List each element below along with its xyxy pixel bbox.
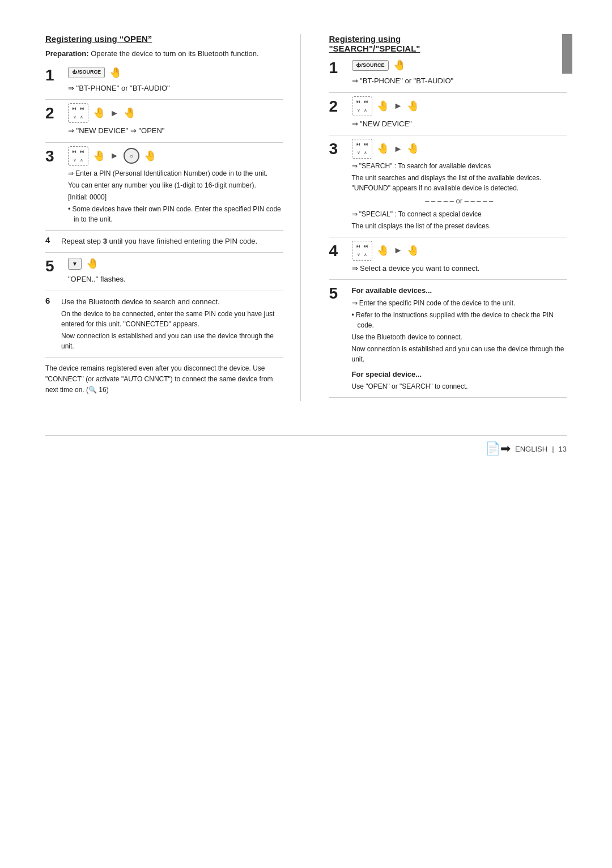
step-image: ⏮ ⏭ ∨ ∧ 🤚 ► ○ 🤚: [68, 146, 283, 166]
arrow-right-icon: ►: [110, 107, 119, 120]
prep-label: Preparation:: [45, 49, 89, 58]
step-desc: ⇒ "NEW DEVICE": [352, 118, 567, 130]
step-num: 5: [329, 286, 347, 301]
arrow-right-icon: ►: [394, 99, 403, 113]
hand-icon: 🤚: [377, 99, 389, 114]
step-num: 4: [329, 243, 347, 259]
nav-cluster: ⏮ ⏭ ∨ ∧: [68, 146, 88, 166]
page-separator: |: [552, 445, 554, 453]
step-desc: ⇒ Select a device you want to connect.: [352, 263, 567, 274]
nav-next: ⏭: [363, 242, 369, 250]
step-num: 4: [45, 234, 57, 247]
step-num: 1: [45, 67, 63, 83]
hand-icon: 🤚: [377, 243, 389, 258]
page-layout: Registering using “OPEN” Preparation: Op…: [45, 34, 567, 401]
step-note: On the device to be connected, enter the…: [61, 309, 283, 329]
step-desc: Repeat step 3 until you have finished en…: [61, 236, 283, 247]
hand-icon-2: 🤚: [124, 105, 136, 121]
step-note-1: ⇒ Enter a PIN (Personal Identification N…: [68, 168, 283, 178]
step-content: ⏮ ⏭ ∨ ∧ 🤚 ► 🤚 ⇒ "SEARCH" : To search for…: [352, 139, 567, 231]
right-section-title: Registering using"SEARCH"/"SPECIAL": [329, 34, 567, 53]
right-step-1: 1 ⏻/SOURCE 🤚 ⇒ "BT-PHONE" or "BT-AUDIO": [329, 58, 567, 93]
hand-icon: 🤚: [93, 105, 105, 121]
step-content: Repeat step 3 until you have finished en…: [61, 234, 283, 247]
nav-prev: ⏮: [71, 105, 78, 113]
page-lang: ENGLISH: [515, 445, 547, 453]
gray-tab: [562, 34, 572, 74]
step-content: ⏻/SOURCE 🤚 ⇒ "BT-PHONE" or "BT-AUDIO": [68, 65, 283, 94]
nav-prev: ⏮: [355, 98, 362, 106]
step-image: ⏮ ⏭ ∨ ∧ 🤚 ► 🤚: [352, 96, 567, 116]
hand-icon-2: 🤚: [407, 99, 419, 114]
step-num: 3: [45, 148, 63, 164]
nav-down: ∨: [356, 149, 362, 157]
nav-next: ⏭: [363, 141, 369, 148]
nav-down: ∨: [356, 251, 362, 259]
step-desc: "OPEN.." flashes.: [68, 274, 283, 285]
special-note: Use "OPEN" or "SEARCH" to connect.: [352, 381, 567, 392]
nav-prev: ⏮: [71, 148, 78, 156]
step-content: For available devices... ⇒ Enter the spe…: [352, 283, 567, 392]
step-note-2: The unit searches and displays the list …: [352, 173, 567, 193]
step-image: ⏻/SOURCE 🤚: [352, 58, 567, 73]
nav-down: ∨: [72, 113, 78, 121]
step-num: 2: [329, 99, 347, 114]
step-image: ⏮ ⏭ ∨ ∧ 🤚 ► 🤚: [352, 241, 567, 261]
step-num: 2: [45, 105, 63, 121]
nav-up: ∧: [79, 113, 84, 121]
nav-cluster: ⏮ ⏭ ∨ ∧: [352, 139, 372, 159]
nav-cluster: ⏮ ⏭ ∨ ∧: [68, 103, 88, 123]
hand-icon: 🤚: [109, 65, 122, 80]
nav-prev: ⏮: [355, 242, 362, 250]
step-desc: ⇒ "BT-PHONE" or "BT-AUDIO": [352, 75, 567, 87]
step-desc: ⇒ "NEW DEVICE" ⇒ "OPEN": [68, 125, 283, 137]
left-step-1: 1 ⏻/SOURCE 🤚 ⇒ "BT-PHONE" or "BT-AUDIO": [45, 65, 283, 100]
left-step-3: 3 ⏮ ⏭ ∨ ∧ 🤚 ► ○: [45, 146, 283, 231]
preparation-text: Preparation: Operate the device to turn …: [45, 48, 283, 59]
nav-next: ⏭: [79, 148, 86, 156]
nav-down: ∨: [356, 107, 362, 114]
or-divider: – – – – – or – – – – –: [352, 195, 567, 207]
doc-icon: 📄➡: [485, 441, 511, 456]
right-step-3: 3 ⏮ ⏭ ∨ ∧ 🤚 ► 🤚: [329, 139, 567, 237]
step-content: ⏮ ⏭ ∨ ∧ 🤚 ► ○ 🤚 ⇒ Enter a PIN (Personal …: [68, 146, 283, 224]
nav-prev: ⏮: [355, 141, 362, 148]
arrow-right-icon: ►: [394, 244, 403, 257]
step-note-2: • Refer to the instructions supplied wit…: [352, 310, 567, 330]
page-number: 13: [559, 445, 567, 453]
left-footer-note: The device remains registered even after…: [45, 363, 283, 396]
arrow-right-icon: ►: [110, 149, 119, 163]
source-button: ⏻/SOURCE: [352, 60, 389, 71]
step-note-3: ⇒ "SPECIAL" : To connect a special devic…: [352, 209, 567, 219]
step-note-4: Now connection is established and you ca…: [352, 344, 567, 364]
step-content: ▼ 🤚 "OPEN.." flashes.: [68, 256, 283, 285]
left-step-4: 4 Repeat step 3 until you have finished …: [45, 234, 283, 253]
nav-up: ∧: [79, 156, 84, 164]
step-note-4: • Some devices have their own PIN code. …: [68, 204, 283, 224]
source-button: ⏻/SOURCE: [68, 67, 105, 78]
left-column: Registering using “OPEN” Preparation: Op…: [45, 34, 301, 401]
nav-cluster: ⏮ ⏭ ∨ ∧: [352, 96, 372, 116]
right-step-2: 2 ⏮ ⏭ ∨ ∧ 🤚 ► 🤚: [329, 96, 567, 136]
step-desc: ⇒ "BT-PHONE" or "BT-AUDIO": [68, 83, 283, 94]
step-num: 1: [329, 60, 347, 76]
step-content: Use the Bluetooth device to search and c…: [61, 295, 283, 352]
step-image: ⏻/SOURCE 🤚: [68, 65, 283, 80]
step-note-2: You can enter any number you like (1-dig…: [68, 180, 283, 190]
step-image: ▼ 🤚: [68, 256, 283, 271]
step-image: ⏮ ⏭ ∨ ∧ 🤚 ► 🤚: [352, 139, 567, 159]
right-column: Registering using"SEARCH"/"SPECIAL" 1 ⏻/…: [324, 34, 567, 401]
circle-button: ○: [124, 148, 139, 164]
step-label: For available devices...: [352, 285, 567, 296]
nav-next: ⏭: [79, 105, 86, 113]
hand-icon: 🤚: [86, 256, 99, 271]
step-num: 3: [329, 141, 347, 157]
hand-icon: 🤚: [393, 58, 406, 73]
step-content: ⏻/SOURCE 🤚 ⇒ "BT-PHONE" or "BT-AUDIO": [352, 58, 567, 87]
step-note-1: ⇒ "SEARCH" : To search for available dev…: [352, 161, 567, 171]
step-note-2: Now connection is established and you ca…: [61, 331, 283, 351]
page-footer: 📄➡ ENGLISH | 13: [45, 435, 567, 456]
special-label: For special device...: [352, 369, 567, 380]
right-step-5: 5 For available devices... ⇒ Enter the s…: [329, 283, 567, 398]
hand-icon: 🤚: [377, 141, 389, 156]
